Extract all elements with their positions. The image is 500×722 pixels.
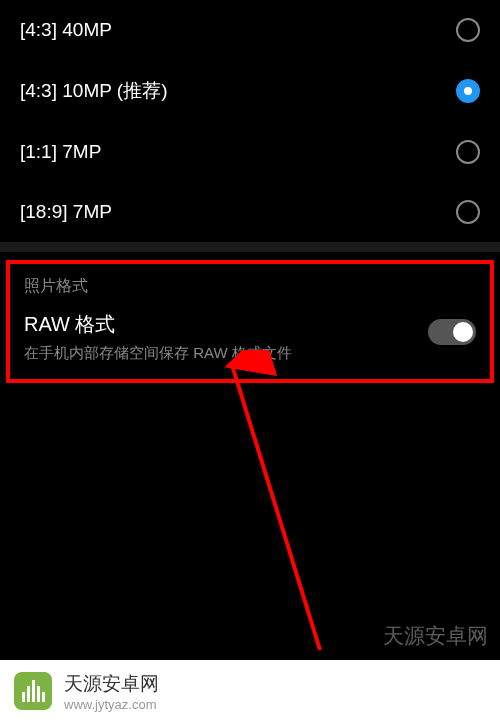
raw-format-toggle-row: RAW 格式 在手机内部存储空间保存 RAW 格式文件 xyxy=(24,311,476,363)
footer-logo-icon xyxy=(14,672,52,710)
footer-url: www.jytyaz.com xyxy=(64,697,486,712)
resolution-option-40mp[interactable]: [4:3] 40MP xyxy=(0,0,500,60)
resolution-option-7mp-square[interactable]: [1:1] 7MP xyxy=(0,122,500,182)
section-header: 照片格式 xyxy=(24,276,476,297)
section-divider xyxy=(0,242,500,252)
resolution-list: [4:3] 40MP [4:3] 10MP (推荐) [1:1] 7MP [18… xyxy=(0,0,500,242)
raw-format-toggle[interactable] xyxy=(428,319,476,345)
footer-text-group: 天源安卓网 www.jytyaz.com xyxy=(64,671,486,712)
annotation-arrow xyxy=(0,350,500,660)
resolution-label: [18:9] 7MP xyxy=(20,201,112,223)
toggle-title: RAW 格式 xyxy=(24,311,428,338)
resolution-option-7mp-wide[interactable]: [18:9] 7MP xyxy=(0,182,500,242)
resolution-label: [1:1] 7MP xyxy=(20,141,101,163)
toggle-text-group: RAW 格式 在手机内部存储空间保存 RAW 格式文件 xyxy=(24,311,428,363)
resolution-option-10mp[interactable]: [4:3] 10MP (推荐) xyxy=(0,60,500,122)
footer-banner: 天源安卓网 www.jytyaz.com xyxy=(0,660,500,722)
toggle-description: 在手机内部存储空间保存 RAW 格式文件 xyxy=(24,344,428,363)
radio-icon xyxy=(456,140,480,164)
resolution-label: [4:3] 40MP xyxy=(20,19,112,41)
radio-icon xyxy=(456,200,480,224)
photo-format-section: 照片格式 RAW 格式 在手机内部存储空间保存 RAW 格式文件 xyxy=(6,260,494,383)
watermark-text: 天源安卓网 xyxy=(383,622,488,650)
footer-title: 天源安卓网 xyxy=(64,671,486,697)
resolution-label: [4:3] 10MP (推荐) xyxy=(20,78,167,104)
svg-line-1 xyxy=(232,365,320,650)
radio-icon xyxy=(456,18,480,42)
radio-icon-selected xyxy=(456,79,480,103)
